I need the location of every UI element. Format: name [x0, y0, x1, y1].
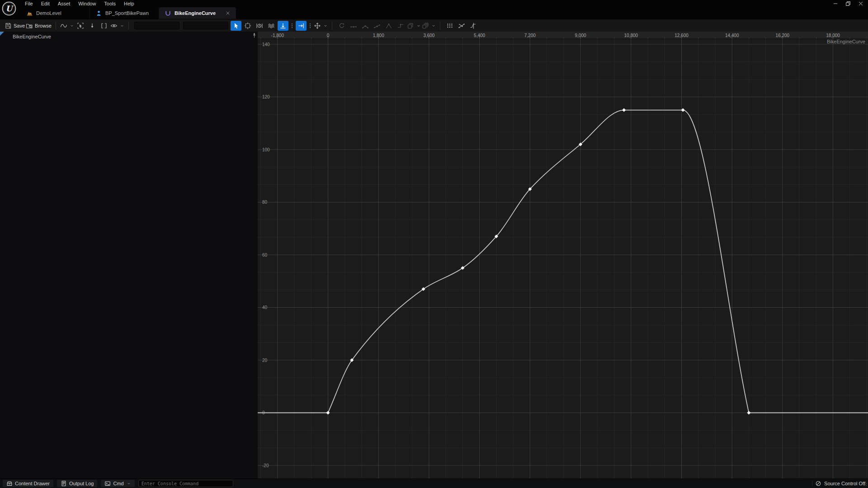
x-axis-tick-label: -1,800 — [271, 33, 284, 38]
simplify-curve-button[interactable] — [456, 21, 467, 31]
resize-grip-icon[interactable] — [863, 482, 868, 488]
move-tool-icon — [314, 22, 321, 29]
snap-time-options[interactable] — [289, 21, 295, 31]
menu-file[interactable]: File — [21, 0, 37, 7]
key-marker-icon — [89, 22, 96, 29]
curve-graph[interactable]: -1,80001,8003,6005,4007,2009,00010,80012… — [258, 32, 868, 479]
slash-circle-icon — [815, 480, 821, 487]
tab-bar: DemoLevelBP_SportBikePawnBikeEngineCurve — [0, 7, 868, 19]
move-tool-dropdown[interactable] — [314, 21, 328, 31]
tangent-weighted-dropdown[interactable] — [407, 21, 421, 31]
curve-editor-toolbar: SaveBrowse — [0, 19, 868, 32]
time-range-icon — [256, 22, 263, 29]
pin-icon[interactable] — [251, 33, 257, 38]
toolbar-separator — [128, 22, 129, 30]
y-axis-tick-label: -20 — [262, 463, 269, 468]
chevron-down-icon — [70, 23, 74, 28]
menu-help[interactable]: Help — [120, 0, 138, 7]
flatten-keys-icon — [470, 22, 477, 29]
tab-label: DemoLevel — [36, 10, 61, 16]
add-key-button[interactable] — [87, 21, 98, 31]
marquee-select-button[interactable] — [99, 21, 109, 31]
tangent-weighted-icon — [407, 22, 414, 29]
bake-keys-button[interactable] — [444, 21, 455, 31]
output-log-button[interactable]: Output Log — [57, 480, 97, 487]
flatten-keys-button[interactable] — [468, 21, 479, 31]
minimize-button[interactable] — [829, 0, 842, 7]
restore-icon — [845, 0, 851, 7]
select-box-icon — [77, 22, 84, 29]
output-log-icon — [61, 480, 67, 487]
dots-icon — [288, 22, 296, 29]
unreal-editor-window: U FileEditAssetWindowToolsHelp DemoLevel… — [0, 0, 868, 488]
close-button[interactable] — [854, 0, 867, 7]
curve-overlay-label: BikeEngineCurve — [827, 39, 865, 44]
x-axis-tick-label: 9,000 — [575, 33, 586, 38]
tab-bikeenginecurve[interactable]: BikeEngineCurve — [159, 7, 236, 19]
y-axis-tick-label: 20 — [262, 358, 268, 363]
cmd-label: Cmd — [113, 481, 123, 486]
tangent-auto-button[interactable] — [348, 21, 359, 31]
curve-template-icon — [60, 22, 67, 29]
curve-asset-icon — [165, 10, 171, 17]
time-range-button[interactable] — [254, 21, 265, 31]
x-axis-tick-label: 16,200 — [776, 33, 790, 38]
dots-icon — [307, 22, 314, 29]
tangent-user-button[interactable] — [372, 21, 382, 31]
x-axis-tick-label: 10,800 — [624, 33, 638, 38]
menu-edit[interactable]: Edit — [37, 0, 54, 7]
snap-time-icon — [279, 22, 287, 29]
pre-post-infinity-dropdown[interactable] — [422, 21, 436, 31]
snap-value-options[interactable] — [307, 21, 313, 31]
tangent-break-button[interactable] — [360, 21, 371, 31]
minimize-icon — [832, 0, 839, 7]
transform-tool-button[interactable] — [242, 21, 253, 31]
tangent-user-icon — [373, 22, 381, 29]
chevron-down-icon — [416, 23, 421, 28]
curve-graph-area[interactable]: -1,80001,8003,6005,4007,2009,00010,80012… — [258, 32, 868, 479]
select-tool-button[interactable] — [231, 21, 241, 31]
select-keys-button[interactable] — [75, 21, 86, 31]
console-command-input[interactable] — [138, 480, 233, 487]
content-drawer-button[interactable]: Content Drawer — [3, 480, 53, 487]
curve-list-item-label: BikeEngineCurve — [13, 34, 51, 39]
tab-demolevel[interactable]: DemoLevel — [21, 7, 90, 19]
chevron-down-icon — [323, 23, 328, 28]
y-axis-tick-label: 140 — [262, 42, 270, 47]
menu-window[interactable]: Window — [74, 0, 100, 7]
normalize-waves-icon — [268, 22, 275, 29]
x-axis-tick-label: 18,000 — [826, 33, 840, 38]
curve-list-item[interactable]: BikeEngineCurve — [0, 32, 258, 42]
level-icon — [26, 10, 33, 17]
save-button[interactable]: Save — [5, 21, 25, 31]
snap-value-button[interactable] — [296, 21, 307, 31]
tangent-linear-button[interactable] — [383, 21, 394, 31]
browse-button[interactable]: Browse — [26, 21, 52, 31]
time-input[interactable] — [134, 22, 179, 29]
source-control-status[interactable]: Source Control Off — [824, 481, 865, 486]
menu-tools[interactable]: Tools — [100, 0, 120, 7]
curve-template-dropdown[interactable] — [60, 21, 74, 31]
marquee-icon — [100, 22, 108, 29]
tangent-constant-button[interactable] — [395, 21, 406, 31]
title-bar: U FileEditAssetWindowToolsHelp — [0, 0, 868, 7]
cmd-dropdown[interactable]: Cmd — [101, 480, 134, 487]
tab-bp_sportbikepawn[interactable]: BP_SportBikePawn — [90, 7, 159, 19]
content-drawer-icon — [6, 480, 13, 487]
select-cursor-icon — [232, 22, 240, 29]
close-icon — [225, 10, 231, 16]
x-axis-tick-label: 14,400 — [725, 33, 739, 38]
snap-time-button[interactable] — [278, 21, 288, 31]
curve-tree-panel: BikeEngineCurve — [0, 32, 258, 479]
bake-keys-icon — [446, 22, 453, 29]
menu-asset[interactable]: Asset — [54, 0, 75, 7]
tangent-cycle-button[interactable] — [336, 21, 347, 31]
normalize-view-button[interactable] — [266, 21, 277, 31]
restore-button[interactable] — [842, 0, 854, 7]
x-axis-tick-label: 3,600 — [423, 33, 434, 38]
value-input[interactable] — [183, 22, 228, 29]
visibility-dropdown[interactable] — [110, 21, 124, 31]
save-icon — [5, 22, 12, 29]
status-bar: Content Drawer Output Log Cmd Source Con… — [0, 479, 868, 488]
tab-close-button[interactable] — [225, 10, 231, 16]
